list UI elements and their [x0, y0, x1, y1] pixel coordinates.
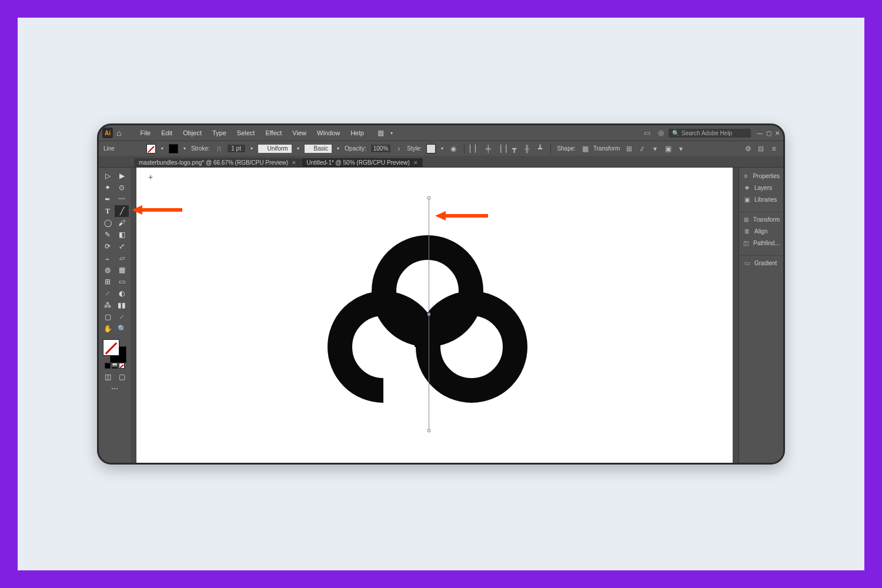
panel-libraries[interactable]: ▣Libraries	[739, 193, 783, 205]
menu-object[interactable]: Object	[178, 128, 206, 138]
shear-icon[interactable]: ⫽	[637, 144, 647, 153]
panel-layers[interactable]: ❖Layers	[739, 182, 783, 193]
stroke-swatch[interactable]	[169, 144, 178, 153]
shape-icon[interactable]: ▦	[580, 144, 590, 153]
menu-effect[interactable]: Effect	[260, 128, 286, 138]
stroke-link-icon[interactable]: ⎍	[215, 144, 224, 153]
line-endpoint-top[interactable]	[427, 196, 430, 199]
draw-mode-icon[interactable]: ◫	[101, 371, 115, 383]
cursor-crosshair-icon: +	[148, 172, 153, 182]
panel-pathfinder[interactable]: ◫Pathfind...	[739, 237, 783, 249]
align-vcenter-icon[interactable]: ╫	[522, 144, 532, 153]
menu-edit[interactable]: Edit	[156, 128, 177, 138]
tab-close-icon[interactable]: ✕	[292, 160, 296, 166]
gradient-tool[interactable]: ▭	[115, 276, 129, 288]
width-tool[interactable]: ⫠	[101, 252, 115, 264]
stroke-dropdown-icon[interactable]: ▾	[182, 146, 188, 152]
scale-tool[interactable]: ⤢	[115, 240, 129, 252]
gradient-mode-icon[interactable]	[112, 363, 118, 369]
gpu-performance-icon[interactable]: ◎	[656, 128, 666, 138]
recolor-icon[interactable]: ◉	[449, 144, 458, 153]
lasso-tool[interactable]: ⊙	[115, 182, 129, 193]
menu-window[interactable]: Window	[312, 128, 345, 138]
search-input[interactable]: 🔍Search Adobe Help	[669, 129, 751, 138]
slice-tool[interactable]: ⟋	[115, 311, 129, 323]
align-right-icon[interactable]: ▕▕	[496, 144, 506, 153]
pencil-tool[interactable]: ✎	[101, 229, 115, 240]
variable-width-profile[interactable]: Uniform	[258, 145, 292, 153]
menu-view[interactable]: View	[288, 128, 311, 138]
pen-tool[interactable]: ✒	[101, 193, 115, 205]
libraries-icon: ▣	[743, 195, 751, 203]
ellipse-tool[interactable]: ◯	[101, 217, 115, 229]
free-transform-tool[interactable]: ▱	[115, 252, 129, 264]
shape-builder-tool[interactable]: ◍	[101, 264, 115, 276]
stroke-weight-field[interactable]: 1 pt	[228, 145, 245, 152]
perspective-tool[interactable]: ▦	[115, 264, 129, 276]
align-hcenter-icon[interactable]: ╪	[483, 144, 493, 153]
type-tool[interactable]: T	[101, 205, 115, 217]
minimize-icon[interactable]: —	[757, 130, 763, 136]
line-midpoint[interactable]	[427, 313, 430, 316]
line-endpoint-bottom[interactable]	[427, 429, 430, 432]
direct-selection-tool[interactable]: ▶	[115, 170, 129, 182]
menu-type[interactable]: Type	[208, 128, 231, 138]
gradient-icon: ▭	[743, 259, 751, 267]
arrange-documents-icon[interactable]: ▭	[642, 128, 652, 138]
tab-close-icon[interactable]: ✕	[413, 160, 418, 166]
isolate-icon[interactable]: ⊞	[624, 144, 634, 153]
maximize-icon[interactable]: ▢	[766, 130, 771, 136]
magic-wand-tool[interactable]: ✦	[101, 182, 115, 193]
curvature-tool[interactable]: 〰	[115, 193, 129, 205]
tab-masterbundles[interactable]: masterbundles-logo.png* @ 66.67% (RGB/CP…	[134, 158, 301, 167]
style-label: Style:	[407, 145, 422, 152]
artboard-tool[interactable]: ▢	[101, 311, 115, 323]
canvas-area[interactable]: +	[131, 168, 739, 463]
zoom-tool[interactable]: 🔍	[115, 323, 129, 335]
opacity-field[interactable]: 100%	[371, 145, 391, 152]
color-mode-icon[interactable]	[105, 363, 111, 369]
hand-tool[interactable]: ✋	[101, 323, 115, 335]
align-left-icon[interactable]: ▏▏	[470, 144, 480, 153]
menu-help[interactable]: Help	[346, 128, 369, 138]
selection-tool[interactable]: ▷	[101, 170, 115, 182]
eraser-tool[interactable]: ◧	[115, 229, 129, 240]
eyedropper-tool[interactable]: ⟋	[101, 288, 115, 299]
home-icon[interactable]: ⌂	[116, 128, 121, 138]
panel-gradient[interactable]: ▭Gradient	[739, 257, 783, 269]
align-bottom-icon[interactable]: ┻	[535, 144, 544, 153]
workspace-dropdown-icon[interactable]: ▾	[389, 130, 395, 136]
panel-menu-icon[interactable]: ≡	[769, 144, 779, 153]
preferences-icon[interactable]: ⊟	[756, 144, 766, 153]
fill-color[interactable]	[103, 339, 119, 356]
column-graph-tool[interactable]: ▮▮	[115, 299, 129, 311]
menu-select[interactable]: Select	[232, 128, 260, 138]
layers-icon: ❖	[743, 183, 751, 192]
paintbrush-tool[interactable]: 🖌	[115, 217, 129, 229]
panel-align[interactable]: ≣Align	[739, 225, 783, 237]
none-mode-icon[interactable]	[119, 363, 125, 369]
mesh-tool[interactable]: ⊞	[101, 276, 115, 288]
screen-mode-icon[interactable]: ▢	[115, 371, 129, 383]
edit-toolbar-icon[interactable]: ⋯	[108, 383, 122, 395]
setup-icon[interactable]: ⚙	[743, 144, 753, 153]
artboard[interactable]: +	[136, 168, 733, 463]
menu-file[interactable]: File	[135, 128, 155, 138]
blend-tool[interactable]: ◐	[115, 288, 129, 299]
panel-transform[interactable]: ⊞Transform	[739, 213, 783, 225]
align-top-icon[interactable]: ┳	[509, 144, 519, 153]
style-swatch[interactable]	[426, 144, 436, 153]
line-segment-tool[interactable]: ╱	[115, 205, 129, 217]
tab-untitled[interactable]: Untitled-1* @ 50% (RGB/CPU Preview) ✕	[302, 158, 423, 167]
fill-dropdown-icon[interactable]: ▾	[159, 146, 165, 152]
symbol-sprayer-tool[interactable]: ⁂	[101, 299, 115, 311]
fill-swatch[interactable]	[146, 144, 156, 153]
workspace-switcher-icon[interactable]: ▦	[376, 128, 386, 138]
fill-stroke-control[interactable]	[102, 338, 128, 362]
brush-definition[interactable]: Basic	[305, 145, 332, 153]
rotate-tool[interactable]: ⟳	[101, 240, 115, 252]
panel-properties[interactable]: ≡Properties	[739, 170, 783, 182]
transform-label[interactable]: Transform	[593, 145, 620, 152]
align-to-icon[interactable]: ▣	[663, 144, 673, 153]
close-icon[interactable]: ✕	[775, 130, 780, 136]
